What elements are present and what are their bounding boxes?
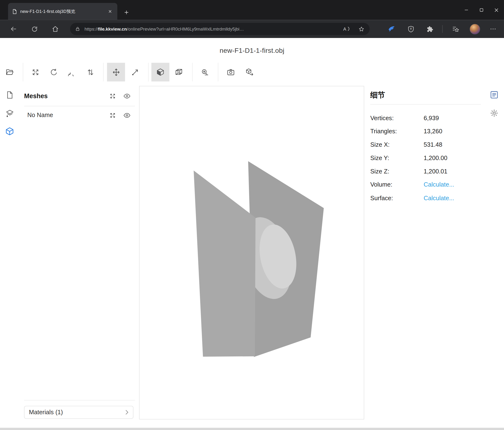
detail-label: Size Z: [370, 168, 424, 175]
3d-model-render [140, 86, 364, 419]
detail-value: 13,260 [423, 128, 442, 135]
file-info-icon[interactable] [4, 89, 15, 101]
settings-gear-icon[interactable] [488, 107, 500, 119]
profile-avatar[interactable] [470, 24, 480, 34]
detail-value: 1,200.00 [423, 155, 447, 162]
details-header: 细节 [370, 86, 481, 105]
nav-divider [442, 25, 442, 33]
window-controls [459, 0, 504, 20]
detail-row-size-y: Size Y: 1,200.00 [370, 151, 481, 165]
back-button[interactable] [6, 22, 20, 36]
favorite-star-icon[interactable] [359, 26, 365, 32]
refresh-button[interactable] [27, 22, 41, 36]
read-aloud-icon[interactable]: A [342, 26, 350, 32]
tab-close-icon[interactable] [107, 8, 114, 15]
toggle-all-visibility-eye-icon[interactable] [123, 93, 131, 99]
materials-button[interactable]: Materials (1) [24, 406, 133, 419]
detail-value: 531.48 [423, 141, 442, 148]
toolbar-separator [148, 63, 148, 82]
materials-icon[interactable] [4, 108, 15, 119]
meshes-header: Meshes [24, 92, 48, 100]
tab-favicon-document-icon [12, 9, 17, 14]
move-tool-button[interactable] [107, 63, 125, 82]
favorites-bar-icon[interactable] [449, 22, 462, 35]
materials-divider [24, 400, 135, 400]
browser-tab[interactable]: new-F1-D1-1-first.obj3D预览 [8, 3, 117, 20]
rotate-horizontal-button[interactable] [45, 63, 63, 82]
open-model-button[interactable] [1, 63, 19, 82]
maximize-button[interactable] [474, 0, 489, 20]
minimize-button[interactable] [459, 0, 474, 20]
materials-button-label: Materials (1) [29, 409, 63, 416]
bird-extension-icon[interactable] [385, 22, 398, 35]
export-model-button[interactable] [241, 63, 259, 82]
extensions-puzzle-icon[interactable] [423, 22, 436, 35]
svg-text:T: T [410, 27, 412, 31]
browser-titlebar: new-F1-D1-1-first.obj3D预览 [0, 0, 504, 20]
detail-row-surface: Surface: Calculate... [370, 192, 481, 205]
home-button[interactable] [48, 22, 62, 36]
measure-line-button[interactable] [126, 63, 144, 82]
detail-label: Surface: [370, 195, 424, 202]
page-title: new-F1-D1-1-first.obj [0, 47, 504, 54]
meshes-header-row: Meshes [24, 86, 135, 106]
preview-page: new-F1-D1-1-first.obj [0, 38, 504, 430]
perspective-view-button[interactable] [151, 63, 169, 82]
detail-row-size-x: Size X: 531.48 [370, 138, 481, 151]
tab-title: new-F1-D1-1-first.obj3D预览 [20, 9, 104, 14]
detail-label: Triangles: [370, 128, 424, 135]
detail-row-triangles: Triangles: 13,260 [370, 125, 481, 138]
browser-navbar: https://file.kkview.cn/onlinePreview?url… [0, 20, 504, 38]
detail-label: Vertices: [370, 114, 424, 122]
fit-mesh-icon[interactable] [109, 112, 116, 119]
rotate-vertical-button[interactable] [63, 63, 81, 82]
calculate-surface-link[interactable]: Calculate... [423, 195, 454, 202]
toolbar-separator [23, 63, 23, 82]
model-cube-icon[interactable] [4, 125, 15, 137]
mesh-name: No Name [27, 112, 53, 119]
svg-text:A: A [343, 27, 346, 32]
mesh-list-item[interactable]: No Name [24, 106, 135, 124]
toolbar-separator [192, 63, 192, 82]
tape-measure-button[interactable] [196, 63, 214, 82]
viewer-toolbar [0, 63, 504, 82]
toolbar-separator [218, 63, 218, 82]
screenshot-button[interactable] [222, 63, 240, 82]
address-bar[interactable]: https://file.kkview.cn/onlinePreview?url… [70, 23, 370, 35]
flip-vertical-button[interactable] [81, 63, 99, 82]
url-text: https://file.kkview.cn/onlinePreview?url… [84, 26, 338, 32]
lock-icon [75, 26, 80, 32]
toolbar-separator [103, 63, 103, 82]
new-tab-button[interactable] [121, 7, 131, 17]
detail-row-volume: Volume: Calculate... [370, 178, 481, 192]
detail-label: Size X: [370, 141, 424, 148]
calculate-volume-link[interactable]: Calculate... [423, 181, 454, 188]
orthographic-view-button[interactable] [170, 63, 188, 82]
detail-value: 6,939 [423, 114, 439, 122]
shield-extension-icon[interactable]: T [404, 22, 417, 35]
fit-all-meshes-icon[interactable] [109, 93, 116, 99]
details-list-icon[interactable] [488, 89, 500, 101]
detail-row-size-z: Size Z: 1,200.01 [370, 165, 481, 178]
meshes-panel: Meshes No Name [24, 86, 135, 420]
toggle-mesh-visibility-eye-icon[interactable] [123, 112, 131, 118]
nav-extensions-area: T [379, 22, 499, 35]
browser-window: new-F1-D1-1-first.obj3D预览 [0, 0, 504, 430]
3d-viewport[interactable] [139, 86, 364, 420]
detail-label: Size Y: [370, 155, 424, 162]
detail-value: 1,200.01 [423, 168, 447, 175]
browser-menu-icon[interactable] [486, 22, 499, 35]
details-panel: 细节 Vertices: 6,939 Triangles: 13,260 Siz… [370, 86, 481, 205]
detail-label: Volume: [370, 181, 424, 188]
fit-view-button[interactable] [26, 63, 44, 82]
horizontal-scrollbar[interactable] [0, 428, 504, 430]
detail-row-vertices: Vertices: 6,939 [370, 111, 481, 125]
chevron-right-icon [125, 410, 128, 415]
close-button[interactable] [489, 0, 504, 20]
